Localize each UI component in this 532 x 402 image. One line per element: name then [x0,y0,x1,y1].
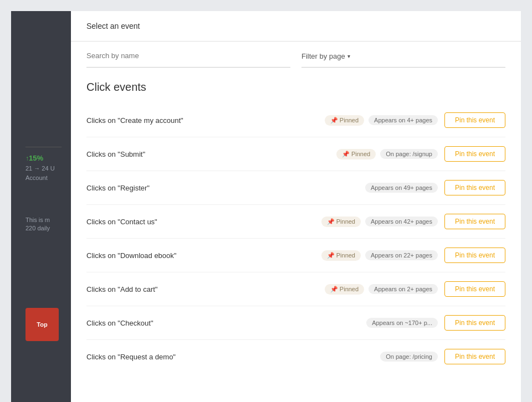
pages-badge: Appears on 49+ pages [365,183,438,193]
pages-badge: Appears on 4+ pages [369,115,438,125]
event-row: Clicks on "Create my account"📌 PinnedApp… [86,104,505,137]
event-row: Clicks on "Request a demo"On page: /pric… [86,340,505,373]
panel-title: Select an event [86,22,140,30]
pages-badge: Appears on 22+ pages [365,250,438,260]
event-name: Clicks on "Request a demo" [86,353,374,361]
sidebar-users: 21 → 24 U [25,165,55,172]
pin-this-event-button[interactable]: Pin this event [444,315,505,331]
pinned-badge: 📌 Pinned [321,250,361,261]
sidebar-percent: 15% [29,154,43,162]
badges-area: Appears on 49+ pages [365,183,438,193]
filter-by-page[interactable]: Filter by page ▾ [301,52,505,60]
sidebar-top-label: Top [37,321,47,328]
section-title: Click events [86,81,505,94]
pinned-badge: 📌 Pinned [325,284,364,295]
pin-this-event-button[interactable]: Pin this event [444,214,505,229]
pin-this-event-button[interactable]: Pin this event [444,248,505,263]
filter-container: Filter by page ▾ [301,52,505,68]
pin-this-event-button[interactable]: Pin this event [444,112,505,128]
sidebar-bg: ↑ 15% 21 → 24 U Account This is m220 dai… [11,11,71,402]
screen-wrapper: ↑ 15% 21 → 24 U Account This is m220 dai… [11,11,521,402]
event-name: Clicks on "Create my account" [86,116,318,125]
content-area: Click events Clicks on "Create my accoun… [71,68,521,402]
search-input[interactable] [86,51,290,60]
badges-area: 📌 PinnedAppears on 22+ pages [321,250,438,261]
pin-this-event-button[interactable]: Pin this event [444,180,505,195]
pages-badge: Appears on 2+ pages [369,284,438,294]
event-name: Clicks on "Checkout" [86,319,360,327]
event-row: Clicks on "Submit"📌 PinnedOn page: /sign… [86,137,505,171]
search-filter-row: Filter by page ▾ [71,42,521,68]
event-list: Clicks on "Create my account"📌 PinnedApp… [86,104,505,373]
badges-area: Appears on ~170+ p... [366,318,438,328]
pages-badge: Appears on ~170+ p... [366,318,438,328]
badges-area: 📌 PinnedOn page: /signup [336,149,438,159]
event-name: Clicks on "Submit" [86,150,330,158]
pinned-badge: 📌 Pinned [325,115,364,126]
pin-this-event-button[interactable]: Pin this event [444,146,505,162]
filter-label-text: Filter by page [301,52,345,60]
event-name: Clicks on "Register" [86,184,359,192]
pinned-badge: 📌 Pinned [321,217,361,227]
pages-badge: On page: /signup [380,149,438,159]
pages-badge: On page: /pricing [380,352,438,362]
sidebar-account: Account [25,174,48,181]
chevron-down-icon: ▾ [347,53,350,59]
main-panel: Select an event Filter by page ▾ Click e… [71,11,521,402]
event-name: Clicks on "Add to cart" [86,285,318,293]
sidebar-top-box: Top [25,308,59,341]
badges-area: On page: /pricing [380,352,438,362]
event-row: Clicks on "Contact us"📌 PinnedAppears on… [86,205,505,239]
event-row: Clicks on "Register"Appears on 49+ pages… [86,171,505,205]
panel-header: Select an event [71,11,521,42]
sidebar-note: This is m220 daily [25,216,50,233]
event-name: Clicks on "Contact us" [86,218,315,226]
search-container [86,50,290,68]
event-name: Clicks on "Download ebook" [86,251,315,260]
badges-area: 📌 PinnedAppears on 2+ pages [325,284,438,295]
badges-area: 📌 PinnedAppears on 42+ pages [321,217,438,227]
pin-this-event-button[interactable]: Pin this event [444,281,505,297]
pages-badge: Appears on 42+ pages [365,217,438,226]
event-row: Clicks on "Download ebook"📌 PinnedAppear… [86,239,505,272]
sidebar-divider [25,147,62,147]
pin-this-event-button[interactable]: Pin this event [444,349,505,364]
badges-area: 📌 PinnedAppears on 4+ pages [325,115,438,126]
event-row: Clicks on "Checkout"Appears on ~170+ p..… [86,306,505,340]
pinned-badge: 📌 Pinned [336,149,376,159]
event-row: Clicks on "Add to cart"📌 PinnedAppears o… [86,272,505,306]
